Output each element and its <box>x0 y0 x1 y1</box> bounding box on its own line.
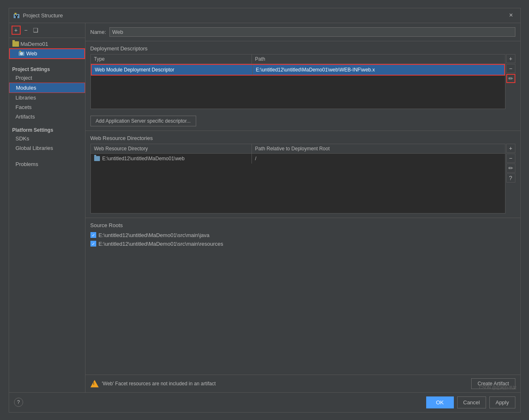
cancel-button[interactable]: Cancel <box>457 396 486 408</box>
deployment-descriptors-section: Deployment Descriptors Type Path Web Mod… <box>85 41 520 131</box>
bottom-bar: ? OK Cancel Apply <box>9 392 520 412</box>
deployment-side-buttons: + − ✏ <box>506 54 515 109</box>
deployment-add-button[interactable]: + <box>506 54 515 63</box>
sidebar-item-modules[interactable]: Modules <box>9 83 85 93</box>
web-folder-icon <box>94 156 100 161</box>
source-root-checkbox-1[interactable]: ✓ <box>90 241 96 247</box>
titlebar-icon <box>13 12 20 19</box>
copy-button[interactable]: ❑ <box>31 26 40 35</box>
web-dir-path: E:\untitled12\untitled\MaDemo01\web <box>102 156 185 161</box>
content-area: + − ❑ MaDemo01 We <box>9 23 520 392</box>
svg-rect-6 <box>19 51 21 52</box>
tree-item-web[interactable]: Web <box>9 48 85 59</box>
sidebar-toolbar: + − ❑ <box>9 23 85 38</box>
main-content: Name: Deployment Descriptors Type Path <box>85 23 520 392</box>
nav-section: Project Settings Project Modules Librari… <box>9 64 85 169</box>
sidebar-item-project[interactable]: Project <box>9 73 85 83</box>
relative-path-cell: / <box>252 154 505 164</box>
web-resource-title: Web Resource Directories <box>90 135 515 141</box>
source-roots-section: Source Roots ✓ E:\untitled12\untitled\Ma… <box>85 218 520 252</box>
checkmark-1: ✓ <box>92 242 95 246</box>
source-roots-title: Source Roots <box>90 222 515 228</box>
web-resource-side-buttons: + − ✏ ? <box>506 144 515 214</box>
panels-area: Deployment Descriptors Type Path Web Mod… <box>85 41 520 375</box>
titlebar-title: Project Structure <box>23 12 506 19</box>
deployment-table-container: Type Path Web Module Deployment Descript… <box>90 54 515 109</box>
tree-item-label: MaDemo01 <box>21 41 48 47</box>
relative-path-column-header: Path Relative to Deployment Root <box>252 144 505 153</box>
deployment-table-header: Type Path <box>91 55 505 64</box>
warning-symbol: ! <box>93 382 95 386</box>
deployment-table-empty <box>91 76 505 109</box>
type-column-header: Type <box>91 55 252 64</box>
name-label: Name: <box>90 29 106 35</box>
deployment-table-row[interactable]: Web Module Deployment Descriptor E:\unti… <box>91 64 505 76</box>
add-button[interactable]: + <box>12 26 21 35</box>
source-root-row-1[interactable]: ✓ E:\untitled12\untitled\MaDemo01\src\ma… <box>90 240 515 248</box>
sidebar-item-global-libraries[interactable]: Global Libraries <box>9 143 85 153</box>
web-resource-row[interactable]: E:\untitled12\untitled\MaDemo01\web / <box>91 154 505 164</box>
web-resource-section: Web Resource Directories Web Resource Di… <box>85 131 520 218</box>
web-resource-edit-button[interactable]: ✏ <box>506 164 515 173</box>
warning-icon: ! <box>90 380 99 387</box>
project-settings-header: Project Settings <box>9 64 85 73</box>
deployment-descriptors-title: Deployment Descriptors <box>90 45 515 52</box>
deployment-remove-button[interactable]: − <box>506 64 515 73</box>
close-button[interactable]: × <box>506 10 516 20</box>
help-button[interactable]: ? <box>14 398 23 407</box>
platform-settings-header: Platform Settings <box>9 125 85 134</box>
sidebar-item-sdks[interactable]: SDKs <box>9 134 85 143</box>
web-dir-cell: E:\untitled12\untitled\MaDemo01\web <box>91 154 252 164</box>
web-resource-header: Web Resource Directory Path Relative to … <box>91 144 505 154</box>
web-resource-help-button[interactable]: ? <box>506 173 515 183</box>
warning-bar: ! 'Web' Facet resources are not included… <box>85 375 520 392</box>
web-resource-remove-button[interactable]: − <box>506 154 515 163</box>
checkmark-0: ✓ <box>92 233 95 237</box>
sidebar: + − ❑ MaDemo01 We <box>9 23 85 392</box>
warning-text: 'Web' Facet resources are not included i… <box>102 381 468 387</box>
web-resource-add-button[interactable]: + <box>506 144 515 153</box>
web-resource-empty <box>91 164 505 213</box>
web-resource-table: Web Resource Directory Path Relative to … <box>90 144 505 214</box>
source-root-row-0[interactable]: ✓ E:\untitled12\untitled\MaDemo01\src\ma… <box>90 231 515 240</box>
sidebar-item-libraries[interactable]: Libraries <box>9 93 85 102</box>
apply-button[interactable]: Apply <box>489 396 515 408</box>
tree-web-label: Web <box>26 50 38 57</box>
source-root-path-0: E:\untitled12\untitled\MaDemo01\src\main… <box>99 232 210 238</box>
create-artifact-button[interactable]: Create Artifact <box>471 378 515 389</box>
titlebar: Project Structure × <box>9 8 520 23</box>
project-structure-dialog: Project Structure × + − ❑ MaDemo01 <box>9 8 521 413</box>
bottom-right-buttons: OK Cancel Apply <box>426 396 515 408</box>
deployment-edit-button[interactable]: ✏ <box>506 74 515 83</box>
sidebar-item-problems[interactable]: Problems <box>9 159 85 169</box>
name-input[interactable] <box>109 27 515 37</box>
svg-rect-1 <box>14 13 17 14</box>
deployment-table: Type Path Web Module Deployment Descript… <box>90 54 505 109</box>
web-dir-column-header: Web Resource Directory <box>91 144 252 153</box>
sidebar-item-facets[interactable]: Facets <box>9 102 85 112</box>
svg-rect-4 <box>16 16 17 18</box>
ok-button[interactable]: OK <box>426 396 454 408</box>
sidebar-item-artifacts[interactable]: Artifacts <box>9 112 85 121</box>
deployment-path-cell: E:\untitled12\untitled\MaDemo01\web\WEB-… <box>253 65 504 75</box>
source-root-path-1: E:\untitled12\untitled\MaDemo01\src\main… <box>99 241 223 247</box>
remove-button[interactable]: − <box>21 26 31 35</box>
web-resource-table-container: Web Resource Directory Path Relative to … <box>90 144 515 214</box>
source-root-checkbox-0[interactable]: ✓ <box>90 232 96 238</box>
tree-item-mademo01[interactable]: MaDemo01 <box>9 40 85 48</box>
tree-area: MaDemo01 Web <box>9 38 85 61</box>
web-module-icon <box>18 50 25 57</box>
deployment-type-cell: Web Module Deployment Descriptor <box>92 65 253 75</box>
path-column-header: Path <box>252 55 505 64</box>
folder-icon <box>12 41 19 47</box>
name-row: Name: <box>85 23 520 41</box>
add-descriptor-button[interactable]: Add Application Server specific descript… <box>90 116 196 126</box>
